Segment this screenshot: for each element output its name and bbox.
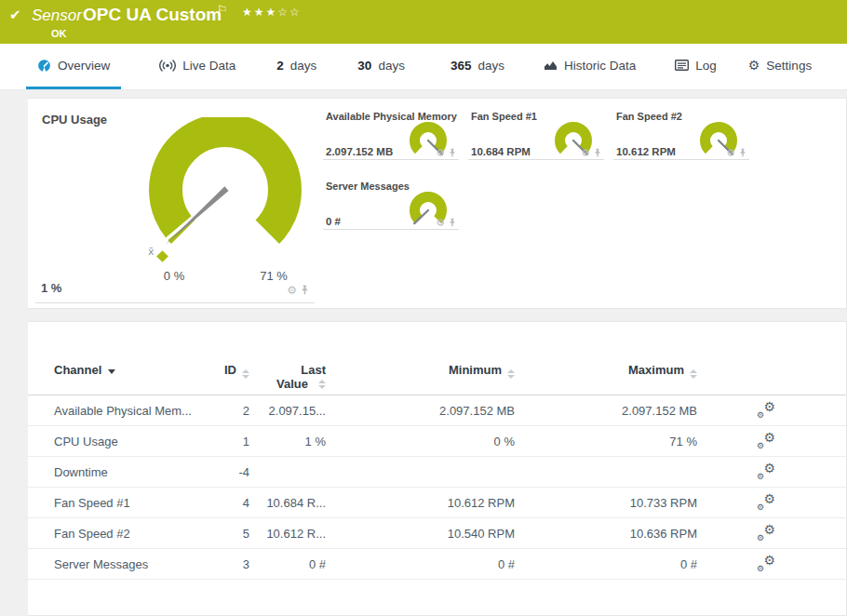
table-row[interactable]: Fan Speed #1 4 10.684 R... 10.612 RPM 10…	[28, 488, 846, 518]
pin-icon[interactable]	[301, 285, 309, 296]
channel-settings-icon[interactable]: ⚙⚙	[757, 403, 775, 419]
last-value: 0 #	[249, 557, 326, 571]
pin-icon[interactable]	[449, 148, 456, 158]
gear-icon: ⚙	[763, 492, 775, 505]
table-row[interactable]: Server Messages 3 0 # 0 # 0 # ⚙⚙	[28, 549, 846, 580]
gear-icon: ⚙	[763, 400, 775, 413]
channel-name[interactable]: Fan Speed #1	[54, 496, 214, 510]
object-kind-label: Sensor	[32, 7, 82, 25]
tab-historic-data[interactable]: Historic Data	[532, 44, 647, 89]
channel-id: 3	[214, 557, 249, 571]
tab-2-days[interactable]: 2 days	[265, 44, 328, 89]
channel-settings-icon[interactable]: ⚙⚙	[757, 556, 775, 572]
last-value: 10.684 R...	[249, 496, 326, 510]
tile-actions: ⚙	[287, 285, 309, 296]
column-header-label: Last	[301, 363, 326, 377]
table-row[interactable]: Downtime -4 ⚙⚙	[28, 457, 846, 488]
tab-number: 365	[450, 59, 472, 73]
tab-live-data[interactable]: Live Data	[148, 44, 247, 89]
sort-icon	[318, 380, 326, 389]
channel-name[interactable]: Fan Speed #2	[54, 527, 214, 541]
column-header-id[interactable]: ID	[214, 322, 249, 379]
flag-icon[interactable]: ⚐	[217, 3, 228, 17]
tab-settings[interactable]: ⚙ Settings	[737, 44, 823, 89]
gear-icon[interactable]: ⚙	[287, 285, 297, 296]
gear-icon: ⚙	[757, 442, 764, 450]
last-value: 1 %	[249, 435, 326, 449]
column-header-last-value[interactable]: Last Value	[249, 322, 326, 391]
gear-icon[interactable]: ⚙	[581, 148, 590, 158]
tab-30-days[interactable]: 30 days	[346, 44, 416, 89]
channel-settings-icon[interactable]: ⚙⚙	[757, 526, 775, 542]
channel-settings-icon[interactable]: ⚙⚙	[757, 434, 775, 449]
channel-id: 2	[214, 404, 249, 418]
sensor-title: OPC UA Custom	[83, 5, 222, 25]
channel-name[interactable]: Downtime	[54, 465, 214, 479]
status-ok-check-icon: ✔	[9, 7, 21, 23]
tab-number: 2	[276, 59, 284, 73]
channel-id: 4	[214, 496, 249, 510]
sort-icon	[507, 369, 515, 379]
tab-log[interactable]: Log	[664, 44, 728, 89]
gauge-current-value: 10.684 RPM	[471, 146, 531, 157]
channel-table-panel: Channel ID Last Value Minimum Maximum Av…	[28, 321, 847, 616]
tab-overview[interactable]: Overview	[26, 44, 121, 89]
tab-label: days	[378, 59, 405, 73]
table-row[interactable]: Available Physical Mem... 2 2.097.15... …	[28, 395, 846, 426]
gear-icon[interactable]: ⚙	[436, 218, 445, 228]
minimum-value: 10.612 RPM	[326, 496, 515, 510]
column-header-channel[interactable]: Channel	[54, 322, 214, 377]
status-badge: OK	[51, 28, 67, 39]
gauge-scale-min: 0 %	[154, 269, 195, 283]
minimum-value: 0 #	[326, 557, 515, 571]
column-header-maximum[interactable]: Maximum	[515, 322, 697, 379]
tile-actions: ⚙	[726, 148, 746, 158]
sort-descending-icon	[108, 369, 115, 374]
tab-label: days	[290, 59, 317, 73]
gear-icon: ⚙	[763, 462, 775, 475]
pin-icon[interactable]	[594, 148, 601, 158]
gear-icon[interactable]: ⚙	[436, 148, 445, 158]
tab-label: Settings	[766, 59, 812, 73]
column-header-label: Minimum	[449, 363, 502, 377]
tab-365-days[interactable]: 365 days	[439, 44, 516, 89]
column-header-label: Value	[276, 377, 308, 391]
channel-id: 1	[214, 435, 249, 449]
gear-icon: ⚙	[748, 58, 760, 73]
tab-label: Log	[695, 59, 717, 73]
tab-label: days	[477, 59, 504, 73]
tab-label: Historic Data	[564, 59, 636, 73]
minimum-value: 10.540 RPM	[326, 527, 515, 541]
pin-icon[interactable]	[449, 218, 456, 228]
tile-actions: ⚙	[436, 148, 456, 158]
table-row[interactable]: Fan Speed #2 5 10.612 R... 10.540 RPM 10…	[28, 518, 846, 549]
last-value: 2.097.15...	[249, 404, 326, 418]
broadcast-icon	[159, 60, 176, 72]
channel-name[interactable]: Server Messages	[54, 557, 214, 571]
maximum-value: 71 %	[515, 435, 697, 449]
gear-icon: ⚙	[763, 523, 775, 536]
cpu-usage-gauge	[144, 117, 307, 271]
area-chart-icon	[544, 60, 558, 71]
tile-actions: ⚙	[436, 218, 456, 228]
priority-stars[interactable]: ★★★☆☆	[242, 6, 302, 19]
gear-icon: ⚙	[757, 411, 764, 420]
column-header-minimum[interactable]: Minimum	[326, 322, 515, 379]
gauge-current-value: 0 #	[326, 216, 341, 227]
column-header-label: ID	[224, 363, 236, 377]
tile-actions: ⚙	[581, 148, 601, 158]
minimum-value: 0 %	[326, 435, 515, 449]
pin-icon[interactable]	[739, 148, 746, 158]
gear-icon[interactable]: ⚙	[726, 148, 735, 158]
channel-name[interactable]: Available Physical Mem...	[54, 404, 214, 418]
channel-name[interactable]: CPU Usage	[54, 435, 214, 449]
last-value: 10.612 R...	[249, 527, 326, 541]
mini-gauge-tile-server-messages: Server Messages 0 # ⚙	[323, 176, 459, 230]
channel-settings-icon[interactable]: ⚙⚙	[757, 495, 775, 511]
gear-icon: ⚙	[763, 431, 775, 444]
channel-settings-icon[interactable]: ⚙⚙	[757, 464, 775, 480]
table-row[interactable]: CPU Usage 1 1 % 0 % 71 % ⚙⚙	[28, 426, 846, 457]
gear-icon: ⚙	[763, 554, 775, 567]
gauges-panel: CPU Usage x̄ 0 % 71 % 1 % ⚙ Available Ph…	[28, 98, 847, 309]
tab-bar: Overview Live Data 2 days 30 days 365 da…	[0, 44, 847, 90]
